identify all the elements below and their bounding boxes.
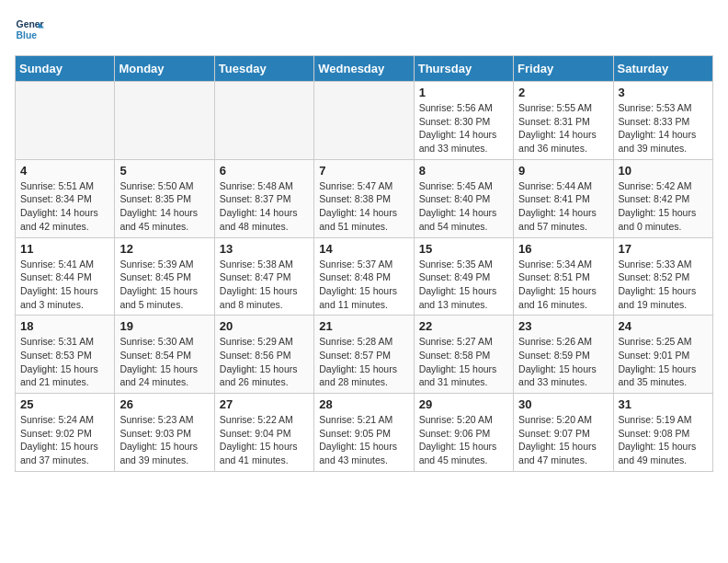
day-number: 15	[419, 242, 508, 256]
day-number: 29	[419, 397, 508, 411]
calendar-cell	[16, 82, 115, 160]
calendar-cell: 31Sunrise: 5:19 AM Sunset: 9:08 PM Dayli…	[613, 394, 712, 472]
calendar-cell: 2Sunrise: 5:55 AM Sunset: 8:31 PM Daylig…	[514, 82, 613, 160]
day-info: Sunrise: 5:35 AM Sunset: 8:49 PM Dayligh…	[419, 258, 508, 312]
day-number: 3	[619, 86, 708, 99]
calendar-cell: 25Sunrise: 5:24 AM Sunset: 9:02 PM Dayli…	[16, 394, 115, 472]
calendar-cell: 21Sunrise: 5:28 AM Sunset: 8:57 PM Dayli…	[314, 316, 414, 394]
calendar-cell	[314, 82, 414, 160]
calendar-cell: 29Sunrise: 5:20 AM Sunset: 9:06 PM Dayli…	[414, 394, 513, 472]
day-number: 7	[319, 164, 408, 178]
calendar-cell: 5Sunrise: 5:50 AM Sunset: 8:35 PM Daylig…	[115, 159, 214, 237]
day-info: Sunrise: 5:33 AM Sunset: 8:52 PM Dayligh…	[619, 258, 708, 312]
day-number: 9	[518, 164, 608, 178]
day-info: Sunrise: 5:44 AM Sunset: 8:41 PM Dayligh…	[518, 179, 608, 234]
day-info: Sunrise: 5:41 AM Sunset: 8:44 PM Dayligh…	[20, 258, 109, 312]
calendar-cell: 11Sunrise: 5:41 AM Sunset: 8:44 PM Dayli…	[16, 237, 115, 316]
day-info: Sunrise: 5:20 AM Sunset: 9:06 PM Dayligh…	[419, 413, 508, 467]
day-info: Sunrise: 5:31 AM Sunset: 8:53 PM Dayligh…	[20, 335, 109, 389]
day-number: 20	[220, 319, 309, 333]
day-info: Sunrise: 5:20 AM Sunset: 9:07 PM Dayligh…	[518, 413, 608, 467]
day-info: Sunrise: 5:25 AM Sunset: 9:01 PM Dayligh…	[619, 335, 708, 389]
col-header-thursday: Thursday	[414, 56, 513, 82]
day-number: 16	[518, 242, 608, 256]
day-number: 25	[20, 397, 109, 411]
day-number: 18	[20, 319, 109, 333]
calendar-cell: 24Sunrise: 5:25 AM Sunset: 9:01 PM Dayli…	[613, 316, 712, 394]
day-info: Sunrise: 5:27 AM Sunset: 8:58 PM Dayligh…	[419, 335, 508, 389]
day-number: 11	[20, 242, 109, 256]
day-info: Sunrise: 5:34 AM Sunset: 8:51 PM Dayligh…	[518, 258, 608, 312]
col-header-friday: Friday	[514, 56, 613, 82]
day-info: Sunrise: 5:23 AM Sunset: 9:03 PM Dayligh…	[119, 413, 209, 467]
calendar-cell: 20Sunrise: 5:29 AM Sunset: 8:56 PM Dayli…	[214, 316, 313, 394]
calendar-cell: 19Sunrise: 5:30 AM Sunset: 8:54 PM Dayli…	[115, 316, 214, 394]
day-info: Sunrise: 5:21 AM Sunset: 9:05 PM Dayligh…	[319, 413, 408, 467]
day-info: Sunrise: 5:51 AM Sunset: 8:34 PM Dayligh…	[20, 179, 109, 234]
day-number: 2	[518, 86, 608, 99]
calendar-cell: 26Sunrise: 5:23 AM Sunset: 9:03 PM Dayli…	[115, 394, 214, 472]
calendar-cell: 8Sunrise: 5:45 AM Sunset: 8:40 PM Daylig…	[414, 159, 513, 237]
day-number: 1	[419, 86, 508, 99]
logo: General Blue	[15, 15, 44, 44]
calendar-cell: 12Sunrise: 5:39 AM Sunset: 8:45 PM Dayli…	[115, 237, 214, 316]
day-number: 12	[119, 242, 209, 256]
day-number: 8	[419, 164, 508, 178]
day-number: 26	[119, 397, 209, 411]
calendar-cell: 22Sunrise: 5:27 AM Sunset: 8:58 PM Dayli…	[414, 316, 513, 394]
day-info: Sunrise: 5:56 AM Sunset: 8:30 PM Dayligh…	[419, 101, 508, 155]
calendar-cell: 13Sunrise: 5:38 AM Sunset: 8:47 PM Dayli…	[214, 237, 313, 316]
day-info: Sunrise: 5:38 AM Sunset: 8:47 PM Dayligh…	[220, 258, 309, 312]
calendar-table: SundayMondayTuesdayWednesdayThursdayFrid…	[15, 55, 713, 472]
day-info: Sunrise: 5:26 AM Sunset: 8:59 PM Dayligh…	[518, 335, 608, 389]
calendar-cell	[214, 82, 313, 160]
day-info: Sunrise: 5:50 AM Sunset: 8:35 PM Dayligh…	[119, 179, 209, 234]
day-info: Sunrise: 5:42 AM Sunset: 8:42 PM Dayligh…	[619, 179, 708, 234]
day-number: 10	[619, 164, 708, 178]
calendar-cell: 17Sunrise: 5:33 AM Sunset: 8:52 PM Dayli…	[613, 237, 712, 316]
day-info: Sunrise: 5:28 AM Sunset: 8:57 PM Dayligh…	[319, 335, 408, 389]
day-info: Sunrise: 5:45 AM Sunset: 8:40 PM Dayligh…	[419, 179, 508, 234]
calendar-cell: 15Sunrise: 5:35 AM Sunset: 8:49 PM Dayli…	[414, 237, 513, 316]
col-header-monday: Monday	[115, 56, 214, 82]
day-number: 5	[119, 164, 209, 178]
day-number: 14	[319, 242, 408, 256]
page-header: General Blue	[15, 15, 713, 44]
calendar-cell: 14Sunrise: 5:37 AM Sunset: 8:48 PM Dayli…	[314, 237, 414, 316]
calendar-cell: 10Sunrise: 5:42 AM Sunset: 8:42 PM Dayli…	[613, 159, 712, 237]
day-number: 30	[518, 397, 608, 411]
day-number: 28	[319, 397, 408, 411]
calendar-cell: 30Sunrise: 5:20 AM Sunset: 9:07 PM Dayli…	[514, 394, 613, 472]
day-info: Sunrise: 5:22 AM Sunset: 9:04 PM Dayligh…	[220, 413, 309, 467]
day-number: 4	[20, 164, 109, 178]
day-number: 17	[619, 242, 708, 256]
col-header-saturday: Saturday	[613, 56, 712, 82]
calendar-cell: 9Sunrise: 5:44 AM Sunset: 8:41 PM Daylig…	[514, 159, 613, 237]
day-number: 19	[119, 319, 209, 333]
day-info: Sunrise: 5:29 AM Sunset: 8:56 PM Dayligh…	[220, 335, 309, 389]
day-info: Sunrise: 5:24 AM Sunset: 9:02 PM Dayligh…	[20, 413, 109, 467]
calendar-cell: 18Sunrise: 5:31 AM Sunset: 8:53 PM Dayli…	[16, 316, 115, 394]
calendar-cell: 16Sunrise: 5:34 AM Sunset: 8:51 PM Dayli…	[514, 237, 613, 316]
calendar-cell: 28Sunrise: 5:21 AM Sunset: 9:05 PM Dayli…	[314, 394, 414, 472]
day-number: 22	[419, 319, 508, 333]
calendar-cell: 3Sunrise: 5:53 AM Sunset: 8:33 PM Daylig…	[613, 82, 712, 160]
col-header-sunday: Sunday	[16, 56, 115, 82]
day-info: Sunrise: 5:37 AM Sunset: 8:48 PM Dayligh…	[319, 258, 408, 312]
col-header-wednesday: Wednesday	[314, 56, 414, 82]
calendar-cell: 23Sunrise: 5:26 AM Sunset: 8:59 PM Dayli…	[514, 316, 613, 394]
day-number: 24	[619, 319, 708, 333]
day-info: Sunrise: 5:53 AM Sunset: 8:33 PM Dayligh…	[619, 101, 708, 155]
calendar-cell: 4Sunrise: 5:51 AM Sunset: 8:34 PM Daylig…	[16, 159, 115, 237]
calendar-cell: 6Sunrise: 5:48 AM Sunset: 8:37 PM Daylig…	[214, 159, 313, 237]
day-info: Sunrise: 5:19 AM Sunset: 9:08 PM Dayligh…	[619, 413, 708, 467]
day-info: Sunrise: 5:55 AM Sunset: 8:31 PM Dayligh…	[518, 101, 608, 155]
svg-text:Blue: Blue	[17, 30, 38, 40]
col-header-tuesday: Tuesday	[214, 56, 313, 82]
calendar-cell: 1Sunrise: 5:56 AM Sunset: 8:30 PM Daylig…	[414, 82, 513, 160]
day-info: Sunrise: 5:39 AM Sunset: 8:45 PM Dayligh…	[119, 258, 209, 312]
day-info: Sunrise: 5:30 AM Sunset: 8:54 PM Dayligh…	[119, 335, 209, 389]
calendar-cell: 27Sunrise: 5:22 AM Sunset: 9:04 PM Dayli…	[214, 394, 313, 472]
day-number: 27	[220, 397, 309, 411]
day-number: 6	[220, 164, 309, 178]
